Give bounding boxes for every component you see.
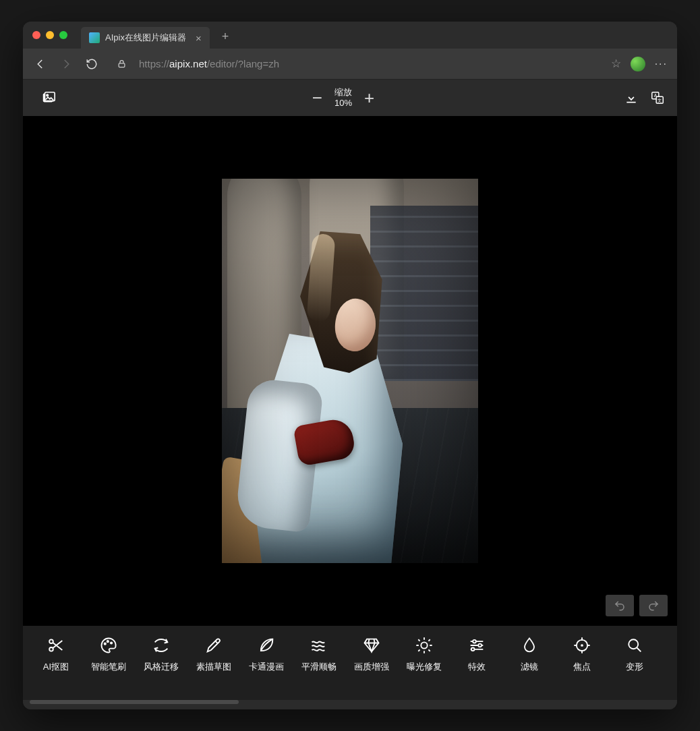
tool-cartoon[interactable]: 卡通漫画: [240, 635, 293, 673]
scissors-icon: [47, 635, 65, 655]
svg-rect-4: [626, 102, 635, 103]
tool-label: 曝光修复: [407, 661, 442, 673]
undo-button[interactable]: [606, 595, 634, 616]
svg-point-11: [105, 643, 106, 645]
browser-tab[interactable]: AIpix在线图片编辑器 ×: [81, 27, 210, 49]
magnify-icon: [625, 635, 644, 655]
drop-icon: [520, 635, 539, 655]
titlebar: AIpix在线图片编辑器 × +: [23, 22, 677, 49]
tab-title: AIpix在线图片编辑器: [105, 32, 186, 44]
url-protocol: https://: [139, 58, 169, 69]
tool-label: 焦点: [573, 661, 591, 673]
canvas-area[interactable]: [23, 116, 677, 626]
forward-button[interactable]: [58, 58, 74, 70]
redo-button[interactable]: [639, 595, 668, 616]
download-button[interactable]: [624, 91, 638, 105]
editor-app: − 缩放 10% + A文: [23, 80, 677, 709]
tool-smooth[interactable]: 平滑顺畅: [293, 635, 345, 673]
sun-icon: [415, 635, 434, 655]
tool-label: 卡通漫画: [249, 661, 284, 673]
zoom-readout: 缩放 10%: [334, 87, 352, 108]
url-bar: https://aipix.net/editor/?lang=zh ☆ ···: [23, 49, 677, 80]
window-controls: [32, 31, 67, 39]
tool-exposure[interactable]: 曝光修复: [398, 635, 450, 673]
maximize-window-button[interactable]: [59, 31, 67, 39]
pencil-icon: [204, 635, 223, 655]
toolstrip-scroll-thumb[interactable]: [30, 700, 239, 704]
tool-sketch[interactable]: 素描草图: [187, 635, 240, 673]
toolstrip-scrollbar[interactable]: [30, 700, 670, 705]
tool-label: 特效: [468, 661, 486, 673]
svg-text:文: 文: [658, 98, 662, 103]
gallery-button[interactable]: [35, 90, 62, 105]
address-field[interactable]: https://aipix.net/editor/?lang=zh: [139, 58, 602, 69]
zoom-out-button[interactable]: −: [312, 88, 322, 109]
tool-ai-cutout[interactable]: AI抠图: [30, 635, 82, 673]
tool-label: 画质增强: [354, 661, 389, 673]
language-button[interactable]: A文: [650, 90, 665, 105]
svg-point-15: [473, 640, 476, 643]
tool-transform[interactable]: 变形: [608, 635, 661, 673]
target-icon: [573, 635, 591, 655]
tool-label: AI抠图: [43, 661, 69, 673]
tool-strip[interactable]: AI抠图智能笔刷风格迁移素描草图卡通漫画平滑顺畅画质增强曝光修复特效滤镜焦点变形: [23, 626, 677, 700]
tool-label: 滤镜: [521, 661, 538, 673]
zoom-value: 10%: [334, 98, 352, 109]
url-host: aipix.net: [169, 58, 207, 69]
close-window-button[interactable]: [32, 31, 40, 39]
back-button[interactable]: [32, 58, 49, 70]
palette-icon: [99, 635, 118, 655]
tool-label: 风格迁移: [144, 661, 179, 673]
svg-point-12: [107, 641, 109, 642]
svg-point-20: [629, 639, 638, 649]
profile-avatar[interactable]: [631, 57, 645, 71]
svg-point-17: [471, 648, 475, 651]
zoom-controls: − 缩放 10% +: [62, 87, 624, 108]
sliders-icon: [467, 635, 486, 655]
tool-style-trans[interactable]: 风格迁移: [135, 635, 187, 673]
svg-point-10: [49, 647, 53, 651]
edited-image[interactable]: [222, 179, 478, 563]
url-path: /editor/?lang=zh: [207, 58, 279, 69]
tool-effects[interactable]: 特效: [450, 635, 503, 673]
diamond-icon: [362, 635, 381, 655]
svg-rect-0: [119, 63, 125, 67]
zoom-in-button[interactable]: +: [364, 88, 374, 109]
tool-label: 素描草图: [196, 661, 231, 673]
editor-toolbar: − 缩放 10% + A文: [23, 80, 677, 116]
history-controls: [606, 595, 668, 616]
refresh-button[interactable]: [84, 58, 100, 70]
swap-icon: [152, 635, 171, 655]
svg-point-13: [111, 642, 112, 643]
tool-focus[interactable]: 焦点: [556, 635, 608, 673]
svg-point-14: [421, 642, 427, 648]
svg-text:A: A: [654, 93, 658, 98]
browser-menu-button[interactable]: ···: [655, 58, 668, 70]
tool-smart-brush[interactable]: 智能笔刷: [82, 635, 135, 673]
zoom-label: 缩放: [334, 87, 352, 98]
tool-label: 平滑顺畅: [301, 661, 337, 673]
svg-point-3: [47, 94, 49, 96]
favicon-icon: [89, 32, 100, 43]
tool-label: 变形: [626, 661, 643, 673]
minimize-window-button[interactable]: [46, 31, 54, 39]
svg-point-16: [478, 644, 482, 647]
lock-icon: [113, 59, 129, 69]
svg-point-19: [581, 644, 583, 647]
tool-label: 智能笔刷: [91, 661, 126, 673]
browser-window: AIpix在线图片编辑器 × + https://aipix.net/edito…: [23, 22, 677, 709]
svg-point-9: [49, 639, 53, 643]
bookmark-button[interactable]: ☆: [611, 57, 621, 71]
tool-enhance[interactable]: 画质增强: [345, 635, 398, 673]
new-tab-button[interactable]: +: [222, 30, 229, 44]
close-tab-button[interactable]: ×: [196, 32, 202, 44]
leaf-icon: [257, 635, 276, 655]
waves-icon: [310, 635, 328, 655]
tool-filters[interactable]: 滤镜: [503, 635, 556, 673]
